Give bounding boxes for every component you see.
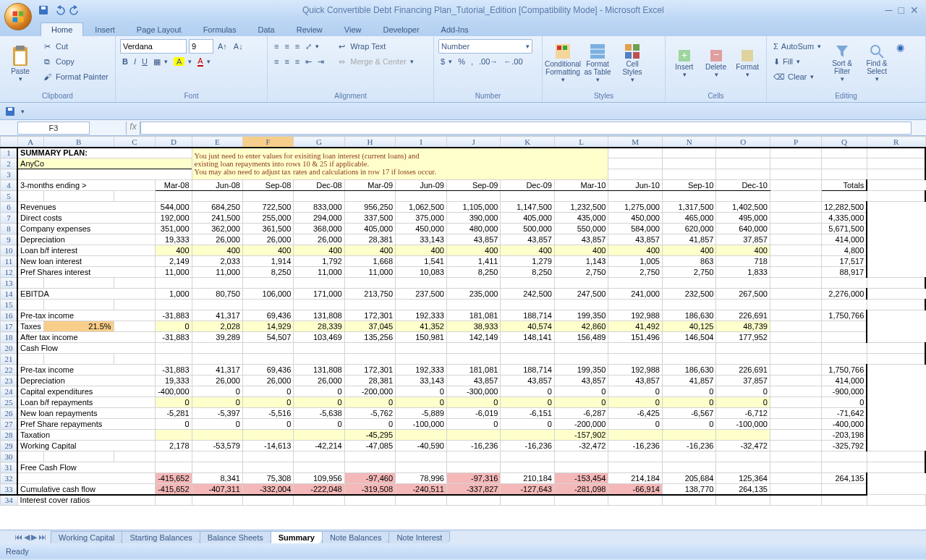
total-cell[interactable]: 12,282,500 bbox=[822, 202, 867, 213]
data-cell[interactable]: 199,350 bbox=[554, 365, 608, 376]
data-cell[interactable]: 1,232,500 bbox=[554, 202, 608, 213]
col-header-B[interactable]: B bbox=[43, 137, 114, 148]
data-cell[interactable]: 247,500 bbox=[554, 289, 608, 300]
data-cell[interactable]: -157,902 bbox=[554, 430, 608, 441]
data-cell[interactable]: 11,000 bbox=[294, 267, 344, 278]
data-cell[interactable]: 400 bbox=[501, 245, 555, 256]
data-cell[interactable]: 2,750 bbox=[554, 267, 608, 278]
data-cell[interactable]: -281,098 bbox=[554, 484, 608, 495]
data-cell[interactable]: 435,000 bbox=[554, 213, 608, 224]
sheet-tab-working-capital[interactable]: Working Capital bbox=[51, 531, 122, 543]
row-header-28[interactable]: 28 bbox=[1, 430, 18, 441]
align-left-button[interactable]: ≡ bbox=[272, 54, 281, 69]
row-header-9[interactable]: 9 bbox=[1, 234, 18, 245]
data-cell[interactable]: 0 bbox=[294, 419, 344, 430]
data-cell[interactable]: 192,333 bbox=[396, 365, 447, 376]
data-cell[interactable]: 0 bbox=[396, 397, 447, 408]
tab-insert[interactable]: Insert bbox=[85, 23, 125, 36]
data-cell[interactable] bbox=[446, 430, 501, 441]
col-header-C[interactable]: C bbox=[114, 137, 156, 148]
col-header-L[interactable]: L bbox=[554, 137, 608, 148]
format-as-table-button[interactable]: Format as Table▾ bbox=[582, 39, 613, 87]
data-cell[interactable]: 43,857 bbox=[501, 234, 555, 245]
data-cell[interactable]: 172,301 bbox=[344, 365, 395, 376]
data-cell[interactable]: 28,381 bbox=[344, 376, 395, 386]
data-cell[interactable]: 351,000 bbox=[156, 224, 192, 234]
data-cell[interactable]: 109,956 bbox=[294, 473, 344, 484]
data-cell[interactable]: 80,750 bbox=[192, 289, 242, 300]
data-cell[interactable]: -53,579 bbox=[192, 441, 242, 451]
row-header-14[interactable]: 14 bbox=[1, 289, 18, 300]
bold-button[interactable]: B bbox=[120, 54, 130, 69]
data-cell[interactable]: 181,081 bbox=[446, 310, 501, 321]
data-cell[interactable]: 1,411 bbox=[446, 256, 501, 267]
data-cell[interactable]: 1,147,500 bbox=[501, 202, 555, 213]
row-header-13[interactable]: 13 bbox=[1, 278, 18, 289]
data-cell[interactable]: 480,000 bbox=[446, 224, 501, 234]
data-cell[interactable]: -5,889 bbox=[396, 408, 447, 419]
sheet-nav-next-icon[interactable]: ▶ bbox=[31, 533, 37, 542]
row-header-33[interactable]: 33 bbox=[1, 484, 18, 495]
data-cell[interactable]: 1,279 bbox=[501, 256, 555, 267]
data-cell[interactable]: 26,000 bbox=[192, 234, 242, 245]
sheet-tab-summary[interactable]: Summary bbox=[271, 531, 323, 543]
find-select-button[interactable]: Find & Select▾ bbox=[861, 39, 893, 87]
data-cell[interactable]: -32,472 bbox=[554, 441, 608, 451]
data-cell[interactable]: 584,000 bbox=[608, 224, 663, 234]
data-cell[interactable]: -6,425 bbox=[608, 408, 663, 419]
data-cell[interactable]: -16,236 bbox=[608, 441, 663, 451]
data-cell[interactable]: 400 bbox=[344, 245, 395, 256]
data-cell[interactable]: 400 bbox=[446, 245, 501, 256]
col-header-I[interactable]: I bbox=[396, 137, 447, 148]
data-cell[interactable]: 69,436 bbox=[242, 310, 293, 321]
save-icon[interactable] bbox=[38, 4, 49, 16]
row-header-31[interactable]: 31 bbox=[1, 462, 18, 473]
data-cell[interactable]: 0 bbox=[501, 419, 555, 430]
data-cell[interactable]: 28,339 bbox=[294, 321, 344, 332]
format-painter-button[interactable]: 🖌Format Painter bbox=[39, 69, 111, 84]
data-cell[interactable]: 125,364 bbox=[716, 473, 770, 484]
row-header-4[interactable]: 4 bbox=[1, 180, 18, 191]
data-cell[interactable]: 41,857 bbox=[662, 234, 716, 245]
col-header-P[interactable]: P bbox=[770, 137, 821, 148]
data-cell[interactable]: 75,308 bbox=[242, 473, 293, 484]
total-cell[interactable]: 0 bbox=[822, 397, 867, 408]
total-cell[interactable]: 5,671,500 bbox=[822, 224, 867, 234]
data-cell[interactable]: -42,214 bbox=[294, 441, 344, 451]
data-cell[interactable]: -6,019 bbox=[446, 408, 501, 419]
data-cell[interactable]: 495,000 bbox=[716, 213, 770, 224]
formula-bar[interactable] bbox=[140, 122, 912, 135]
data-cell[interactable]: 192,988 bbox=[608, 365, 663, 376]
autosum-button[interactable]: Σ AutoSum▾ bbox=[771, 39, 823, 54]
data-cell[interactable]: -300,000 bbox=[446, 386, 501, 397]
data-cell[interactable]: 2,750 bbox=[608, 267, 663, 278]
data-cell[interactable]: 43,857 bbox=[446, 234, 501, 245]
data-cell[interactable]: -200,000 bbox=[344, 386, 395, 397]
col-header-H[interactable]: H bbox=[344, 137, 395, 148]
row-header-16[interactable]: 16 bbox=[1, 310, 18, 321]
data-cell[interactable]: 0 bbox=[608, 419, 663, 430]
data-cell[interactable]: 550,000 bbox=[554, 224, 608, 234]
tab-review[interactable]: Review bbox=[286, 23, 333, 36]
row-header-7[interactable]: 7 bbox=[1, 213, 18, 224]
data-cell[interactable]: -16,236 bbox=[446, 441, 501, 451]
total-cell[interactable] bbox=[822, 484, 867, 495]
data-cell[interactable]: 400 bbox=[554, 245, 608, 256]
data-cell[interactable]: 8,341 bbox=[192, 473, 242, 484]
data-cell[interactable]: -47,085 bbox=[344, 441, 395, 451]
data-cell[interactable]: 0 bbox=[242, 386, 293, 397]
total-cell[interactable]: 1,750,766 bbox=[822, 365, 867, 376]
data-cell[interactable]: 11,000 bbox=[344, 267, 395, 278]
data-cell[interactable] bbox=[294, 430, 344, 441]
data-cell[interactable]: 400 bbox=[156, 245, 192, 256]
data-cell[interactable]: 172,301 bbox=[344, 310, 395, 321]
data-cell[interactable]: 146,504 bbox=[662, 332, 716, 343]
decrease-indent-button[interactable]: ⇤ bbox=[303, 54, 314, 69]
data-cell[interactable]: 43,857 bbox=[554, 234, 608, 245]
data-cell[interactable]: 368,000 bbox=[294, 224, 344, 234]
data-cell[interactable]: -407,311 bbox=[192, 484, 242, 495]
data-cell[interactable]: 956,250 bbox=[344, 202, 395, 213]
data-cell[interactable]: 43,857 bbox=[608, 376, 663, 386]
data-cell[interactable]: 135,256 bbox=[344, 332, 395, 343]
data-cell[interactable]: 181,081 bbox=[446, 365, 501, 376]
